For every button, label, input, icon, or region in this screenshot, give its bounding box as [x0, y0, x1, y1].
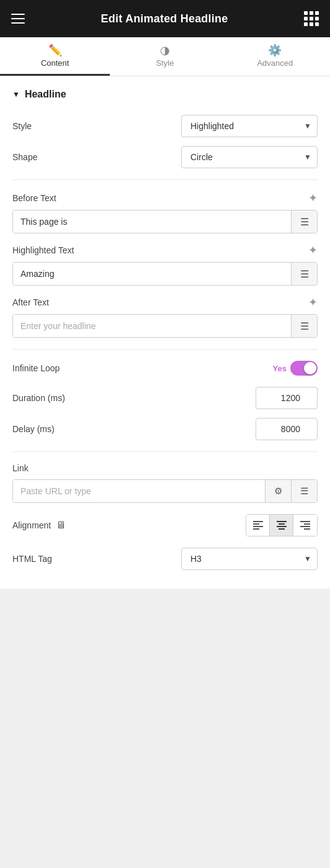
section-headline: ▼ Headline [12, 89, 318, 100]
infinite-loop-toggle-text: Yes [273, 364, 287, 373]
duration-row: Duration (ms) [12, 387, 318, 409]
before-text-input-row: ☰ [12, 210, 318, 233]
link-label: Link [12, 463, 318, 473]
divider-3 [12, 451, 318, 452]
svg-rect-9 [304, 523, 310, 525]
style-icon: ◑ [160, 45, 170, 56]
align-right-icon [300, 521, 310, 530]
style-row: Style Highlighted Underlined Bold ▼ [12, 115, 318, 137]
before-text-label: Before Text [12, 193, 56, 203]
svg-rect-6 [277, 526, 287, 527]
main-content: ▼ Headline Style Highlighted Underlined … [0, 76, 330, 589]
grid-icon[interactable] [304, 11, 319, 26]
link-gear-icon[interactable]: ⚙ [265, 480, 291, 502]
align-center-icon [277, 521, 287, 530]
infinite-loop-toggle-container: Yes [273, 361, 318, 376]
svg-rect-11 [304, 528, 310, 530]
html-tag-label: HTML Tag [12, 554, 52, 564]
duration-label: Duration (ms) [12, 393, 65, 403]
highlighted-text-header: Highlighted Text ✦ [12, 243, 318, 257]
after-text-input[interactable] [13, 315, 291, 337]
toggle-knob [304, 362, 316, 374]
before-text-stack-icon[interactable]: ☰ [291, 210, 317, 233]
html-tag-select-wrapper: H3 H1 H2 H4 H5 H6 p div span ▼ [181, 548, 318, 570]
svg-rect-7 [279, 528, 285, 530]
section-headline-label: Headline [25, 89, 66, 100]
infinite-loop-toggle[interactable] [290, 361, 318, 376]
svg-rect-4 [277, 521, 287, 522]
after-text-label: After Text [12, 297, 49, 307]
tab-advanced[interactable]: ⚙️ Advanced [220, 37, 330, 76]
after-text-input-row: ☰ [12, 314, 318, 338]
highlighted-text-input-row: ☰ [12, 262, 318, 286]
delay-input[interactable] [256, 418, 318, 440]
tab-content-label: Content [41, 58, 69, 68]
shape-row: Shape Circle Square Curly ▼ [12, 146, 318, 168]
svg-rect-10 [300, 526, 310, 527]
tabs-bar: ✏️ Content ◑ Style ⚙️ Advanced [0, 37, 330, 76]
infinite-loop-row: Infinite Loop Yes [12, 361, 318, 376]
highlighted-text-label: Highlighted Text [12, 245, 74, 255]
svg-rect-5 [279, 523, 285, 525]
divider-1 [12, 179, 318, 180]
align-center-button[interactable] [270, 515, 293, 536]
divider-2 [12, 349, 318, 350]
delay-row: Delay (ms) [12, 418, 318, 440]
delay-label: Delay (ms) [12, 424, 55, 434]
tab-content[interactable]: ✏️ Content [0, 37, 110, 76]
align-right-button[interactable] [293, 515, 317, 536]
after-text-header: After Text ✦ [12, 296, 318, 309]
link-stack-icon[interactable]: ☰ [291, 480, 317, 502]
after-text-sparkle-icon[interactable]: ✦ [308, 296, 318, 309]
page-title: Edit Animated Headline [101, 12, 228, 25]
before-text-sparkle-icon[interactable]: ✦ [308, 191, 318, 205]
html-tag-row: HTML Tag H3 H1 H2 H4 H5 H6 p div span ▼ [12, 548, 318, 570]
link-input[interactable] [13, 480, 265, 502]
collapse-arrow-icon[interactable]: ▼ [12, 90, 20, 99]
align-left-icon [253, 521, 263, 530]
html-tag-select[interactable]: H3 H1 H2 H4 H5 H6 p div span [181, 548, 318, 570]
tab-style-label: Style [156, 58, 174, 68]
svg-rect-2 [253, 526, 263, 527]
link-input-row: ⚙ ☰ [12, 479, 318, 503]
pencil-icon: ✏️ [48, 45, 62, 56]
style-select[interactable]: Highlighted Underlined Bold [181, 115, 318, 137]
highlighted-text-input[interactable] [13, 263, 291, 285]
align-left-button[interactable] [246, 515, 270, 536]
shape-label: Shape [12, 152, 37, 162]
style-select-wrapper: Highlighted Underlined Bold ▼ [181, 115, 318, 137]
after-text-stack-icon[interactable]: ☰ [291, 315, 317, 337]
alignment-label-group: Alignment 🖥 [12, 520, 66, 531]
svg-rect-0 [253, 521, 263, 522]
duration-input[interactable] [256, 387, 318, 409]
svg-rect-8 [300, 521, 310, 522]
monitor-icon: 🖥 [56, 520, 66, 531]
alignment-buttons [246, 514, 318, 536]
shape-select[interactable]: Circle Square Curly [181, 146, 318, 168]
highlighted-text-stack-icon[interactable]: ☰ [291, 263, 317, 285]
hamburger-icon[interactable] [11, 14, 25, 24]
shape-select-wrapper: Circle Square Curly ▼ [181, 146, 318, 168]
before-text-header: Before Text ✦ [12, 191, 318, 205]
style-label: Style [12, 121, 32, 131]
gear-tab-icon: ⚙️ [268, 45, 282, 56]
before-text-input[interactable] [13, 210, 291, 233]
infinite-loop-label: Infinite Loop [12, 363, 60, 373]
svg-rect-3 [253, 528, 259, 530]
alignment-label: Alignment [12, 520, 51, 530]
highlighted-text-sparkle-icon[interactable]: ✦ [308, 243, 318, 257]
svg-rect-1 [253, 523, 259, 525]
tab-advanced-label: Advanced [257, 58, 293, 68]
tab-style[interactable]: ◑ Style [110, 37, 220, 76]
alignment-row: Alignment 🖥 [12, 514, 318, 536]
top-bar: Edit Animated Headline [0, 0, 330, 37]
